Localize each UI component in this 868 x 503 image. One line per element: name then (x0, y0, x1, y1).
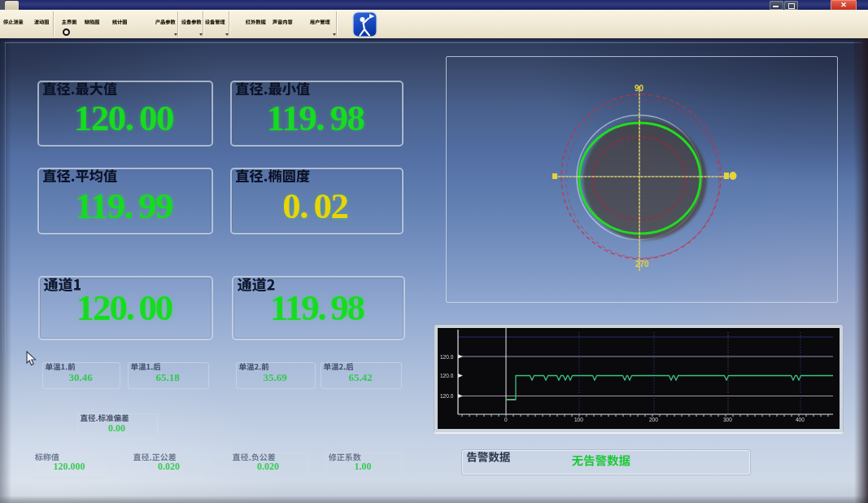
svg-text:200: 200 (649, 417, 658, 422)
svg-text:300: 300 (723, 417, 732, 422)
svg-text:0: 0 (504, 417, 508, 422)
svg-text:100: 100 (574, 417, 583, 422)
svg-text:270: 270 (635, 260, 649, 269)
svg-text:90: 90 (635, 84, 644, 93)
svg-text:400: 400 (796, 417, 805, 422)
svg-text:120.0: 120.0 (440, 354, 454, 360)
svg-text:120.0: 120.0 (440, 373, 454, 378)
svg-text:120.0: 120.0 (440, 393, 454, 399)
